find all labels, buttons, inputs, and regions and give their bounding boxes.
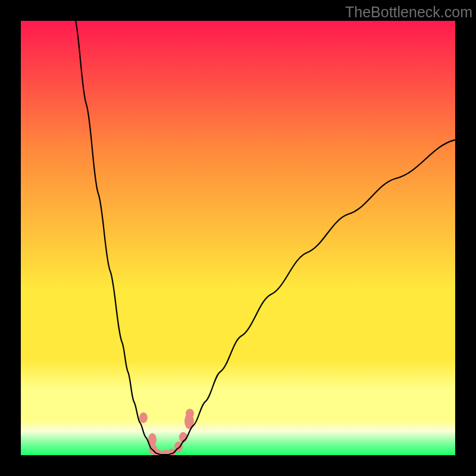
curve-left-branch — [74, 21, 156, 453]
curve-right-branch — [173, 140, 455, 453]
chart-area — [21, 21, 455, 455]
scatter-dot — [139, 412, 148, 423]
scatter-dot — [186, 409, 194, 418]
scatter-dots — [139, 409, 194, 455]
curve-layer — [21, 21, 455, 455]
watermark-text: TheBottleneck.com — [345, 4, 472, 21]
